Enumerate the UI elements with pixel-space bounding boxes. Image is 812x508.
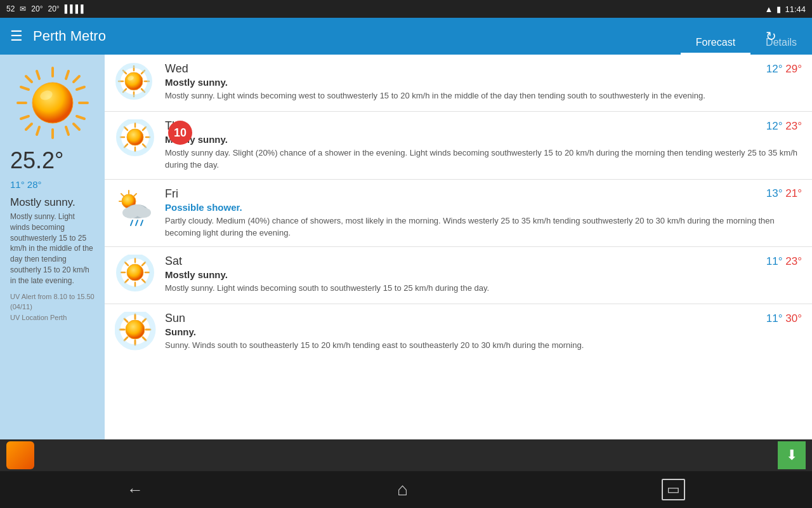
svg-line-13 <box>37 127 39 135</box>
forecast-text-wed: Mostly sunny. Light winds becoming west … <box>165 90 802 102</box>
forecast-condition-sun: Sunny. <box>165 326 802 337</box>
app-bar: ☰ Perth Metro ↻ Forecast Details <box>0 18 812 55</box>
svg-line-9 <box>66 127 69 135</box>
svg-line-42 <box>121 194 124 196</box>
battery-icon: ▮ <box>776 4 781 14</box>
forecast-details-wed: Wed 12° 29° Mostly sunny. Mostly sunny. … <box>165 62 802 102</box>
app-title: Perth Metro <box>33 28 766 44</box>
wifi-icon: ▲ <box>765 4 773 14</box>
status-right: ▲ ▮ 11:44 <box>765 4 806 14</box>
forecast-details-sun: Sun 11° 30° Sunny. Sunny. Winds south to… <box>165 312 802 352</box>
svg-line-4 <box>26 76 32 82</box>
status-temp2: 20° <box>48 4 60 13</box>
forecast-text-sun: Sunny. Winds south to southeasterly 15 t… <box>165 340 802 352</box>
status-time-small: 52 <box>6 4 15 13</box>
forecast-temps-fri: 13° 21° <box>766 187 802 200</box>
taskbar-app-icon[interactable] <box>6 441 34 469</box>
forecast-text-sat: Mostly sunny. Light winds becoming south… <box>165 283 802 295</box>
current-temp: 25.2° <box>10 147 63 174</box>
svg-line-57 <box>142 279 145 283</box>
forecast-panel: Wed 12° 29° Mostly sunny. Mostly sunny. … <box>105 55 812 439</box>
status-bar: 52 ✉ 20° 20° ▌▌▌▌ ▲ ▮ 11:44 <box>0 0 812 18</box>
forecast-item-sat: Sat 11° 23° Mostly sunny. Mostly sunny. … <box>105 247 812 304</box>
forecast-day-row-sat: Sat 11° 23° <box>165 255 802 268</box>
uv-badge: 10 <box>168 121 192 145</box>
forecast-icon-thu <box>115 119 156 161</box>
svg-point-47 <box>136 208 151 218</box>
forecast-day-fri: Fri <box>165 187 178 201</box>
svg-point-29 <box>127 129 143 145</box>
svg-line-67 <box>143 337 146 340</box>
svg-line-11 <box>77 116 84 119</box>
forecast-item-wed: Wed 12° 29° Mostly sunny. Mostly sunny. … <box>105 55 812 112</box>
svg-line-12 <box>66 71 69 79</box>
svg-point-51 <box>127 264 143 281</box>
download-button[interactable]: ⬇ <box>778 441 806 469</box>
forecast-condition-fri: Possible shower. <box>165 202 802 213</box>
forecast-temps-sun: 11° 30° <box>766 312 802 325</box>
status-mail-icon: ✉ <box>20 4 26 13</box>
svg-line-7 <box>26 124 32 130</box>
forecast-day-row-fri: Fri 13° 21° <box>165 187 802 201</box>
recents-button[interactable]: ▭ <box>662 479 685 500</box>
taskbar: ⬇ <box>0 439 812 471</box>
forecast-day-wed: Wed <box>165 62 188 76</box>
forecast-item-fri: Fri 13° 21° Possible shower. Partly clou… <box>105 180 812 248</box>
forecast-condition-sat: Mostly sunny. <box>165 269 802 280</box>
forecast-details-sat: Sat 11° 23° Mostly sunny. Mostly sunny. … <box>165 255 802 295</box>
forecast-temps-sat: 11° 23° <box>766 255 802 268</box>
svg-line-43 <box>134 194 136 196</box>
forecast-icon-sun <box>115 312 156 353</box>
svg-line-50 <box>141 220 143 225</box>
forecast-details-fri: Fri 13° 21° Possible shower. Partly clou… <box>165 187 802 239</box>
status-clock: 11:44 <box>785 4 806 14</box>
svg-line-66 <box>124 319 128 322</box>
svg-line-48 <box>131 220 133 225</box>
svg-line-49 <box>136 220 138 225</box>
forecast-day-row-thu: Thu 12° 23° <box>165 119 802 133</box>
current-low: 11° <box>10 179 25 190</box>
current-condition: Mostly sunny. <box>10 196 75 209</box>
forecast-condition-thu: Mostly sunny. <box>165 134 802 145</box>
forecast-details-thu: Thu 12° 23° Mostly sunny. Mostly sunny d… <box>165 119 802 171</box>
forecast-day-sun: Sun <box>165 312 185 325</box>
forecast-day-sat: Sat <box>165 255 182 268</box>
left-panel: 25.2° 11° 28° Mostly sunny. Mostly sunny… <box>0 55 105 439</box>
tab-details[interactable]: Details <box>750 18 812 55</box>
svg-line-15 <box>21 116 29 119</box>
forecast-text-thu: Mostly sunny day. Slight (20%) chance of… <box>165 147 802 171</box>
forecast-item-thu: Thu 12° 23° Mostly sunny. Mostly sunny d… <box>105 112 812 180</box>
svg-line-5 <box>74 124 79 130</box>
forecast-item-sun: Sun 11° 30° Sunny. Sunny. Winds south to… <box>105 304 812 361</box>
svg-line-69 <box>124 337 128 340</box>
current-temp-range: 11° 28° <box>10 179 42 190</box>
nav-bar: ← ⌂ ▭ <box>0 471 812 508</box>
back-button[interactable]: ← <box>127 480 143 500</box>
forecast-temps-thu: 12° 23° <box>766 120 802 133</box>
home-button[interactable]: ⌂ <box>397 479 408 500</box>
svg-line-14 <box>77 87 84 90</box>
main-content: 10 <box>0 55 812 439</box>
app-icon <box>6 441 34 469</box>
svg-point-16 <box>32 83 73 123</box>
forecast-icon-wed <box>115 62 156 104</box>
tab-forecast[interactable]: Forecast <box>681 18 750 55</box>
current-uv-alert: UV Alert from 8.10 to 15.50 (04/11) UV L… <box>10 291 95 323</box>
menu-icon[interactable]: ☰ <box>10 28 23 44</box>
sun-icon <box>15 65 91 141</box>
forecast-temps-wed: 12° 29° <box>766 63 802 76</box>
svg-line-68 <box>143 319 146 322</box>
tab-bar: Forecast Details <box>681 18 812 55</box>
svg-line-58 <box>142 262 145 265</box>
svg-line-6 <box>74 76 79 82</box>
forecast-icon-sat <box>115 255 156 296</box>
status-bars: ▌▌▌▌ <box>65 4 86 13</box>
forecast-day-row-wed: Wed 12° 29° <box>165 62 802 76</box>
svg-line-59 <box>125 279 128 283</box>
forecast-condition-wed: Mostly sunny. <box>165 77 802 88</box>
forecast-day-row-sun: Sun 11° 30° <box>165 312 802 325</box>
svg-point-61 <box>126 320 145 339</box>
status-left: 52 ✉ 20° 20° ▌▌▌▌ <box>6 4 86 13</box>
svg-point-18 <box>125 72 143 90</box>
forecast-icon-fri <box>115 187 156 229</box>
